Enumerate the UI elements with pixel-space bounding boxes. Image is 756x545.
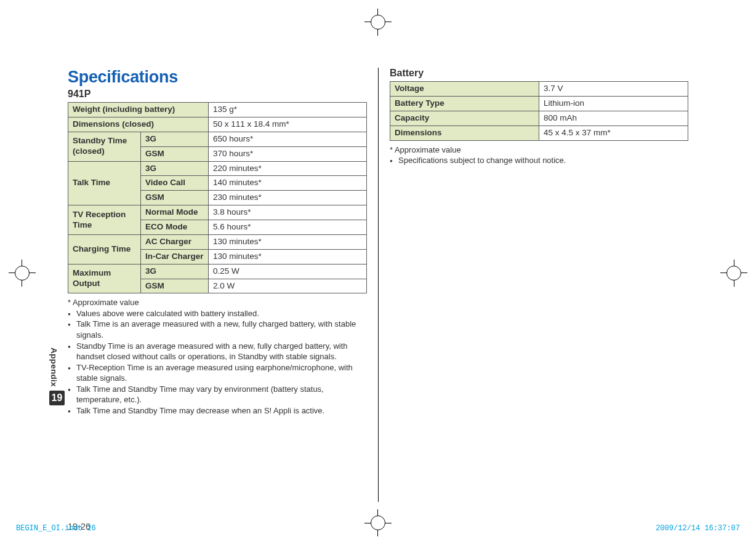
row-value: 370 hours* (209, 146, 367, 161)
row-value: 230 minutes* (209, 191, 367, 205)
footnote-item: Talk Time is an average measured with a … (68, 319, 367, 340)
footnote-item: TV-Reception Time is an average measured… (68, 362, 367, 384)
spec-table-941p: Weight (including battery) 135 g* Dimens… (68, 102, 367, 293)
row-value: 800 mAh (539, 111, 688, 125)
row-label: Standby Time (closed) (68, 132, 141, 161)
footnote-item: Values above were calculated with batter… (68, 308, 367, 319)
chapter-number: 19 (49, 391, 65, 405)
row-value: 130 minutes* (209, 249, 367, 264)
row-sublabel: 3G (141, 161, 209, 176)
print-timestamp: 2009/12/14 16:37:07 (656, 524, 740, 533)
row-value: 5.6 hours* (209, 220, 367, 235)
footnote-item: Talk Time and Standby Time may vary by e… (68, 384, 367, 405)
row-label: Dimensions (closed) (68, 117, 209, 132)
row-sublabel: GSM (141, 279, 209, 293)
row-sublabel: Video Call (141, 176, 209, 191)
footnote-item: Talk Time and Standby Time may decrease … (68, 405, 367, 416)
model-subheading: 941P (68, 89, 367, 100)
row-sublabel: Normal Mode (141, 205, 209, 220)
row-label: Talk Time (68, 161, 141, 205)
row-value: 140 minutes* (209, 176, 367, 191)
row-label: Capacity (390, 111, 539, 125)
footnote-approx: * Approximate value (68, 297, 367, 308)
row-sublabel: 3G (141, 264, 209, 279)
footnote-approx: * Approximate value (390, 145, 688, 156)
row-label: Battery Type (390, 96, 539, 111)
row-sublabel: 3G (141, 132, 209, 146)
footnote-item: Standby Time is an average measured with… (68, 341, 367, 362)
footnotes-941p: * Approximate value Values above were ca… (68, 297, 367, 416)
row-value: 3.8 hours* (209, 205, 367, 220)
print-file: BEGIN_E_OI.indb 26 (16, 524, 96, 533)
row-sublabel: ECO Mode (141, 220, 209, 235)
spec-table-battery: Voltage 3.7 V Battery Type Lithium-ion C… (390, 81, 688, 141)
row-label: Weight (including battery) (68, 103, 209, 117)
row-value: 2.0 W (209, 279, 367, 293)
print-footer: BEGIN_E_OI.indb 26 2009/12/14 16:37:07 (16, 524, 740, 533)
row-value: 220 minutes* (209, 161, 367, 176)
footnote-item: Specifications subject to change without… (390, 155, 688, 166)
row-value: 135 g* (209, 103, 367, 117)
row-value: 50 x 111 x 18.4 mm* (209, 117, 367, 132)
row-label: Charging Time (68, 234, 141, 264)
appendix-label: Appendix (49, 348, 58, 387)
battery-heading: Battery (390, 68, 688, 79)
page-title: Specifications (68, 68, 367, 87)
row-value: 650 hours* (209, 132, 367, 146)
row-label: Voltage (390, 82, 539, 97)
row-value: 3.7 V (539, 82, 688, 97)
row-sublabel: GSM (141, 191, 209, 205)
row-sublabel: GSM (141, 146, 209, 161)
row-label: Maximum Output (68, 264, 141, 293)
row-value: 0.25 W (209, 264, 367, 279)
footnotes-battery: * Approximate value Specifications subje… (390, 145, 688, 166)
row-sublabel: AC Charger (141, 234, 209, 249)
row-value: 45 x 4.5 x 37 mm* (539, 125, 688, 140)
row-sublabel: In-Car Charger (141, 249, 209, 264)
appendix-side-tab: Appendix 19 (49, 348, 65, 405)
row-label: Dimensions (390, 125, 539, 140)
row-value: 130 minutes* (209, 234, 367, 249)
row-value: Lithium-ion (539, 96, 688, 111)
row-label: TV Reception Time (68, 205, 141, 235)
